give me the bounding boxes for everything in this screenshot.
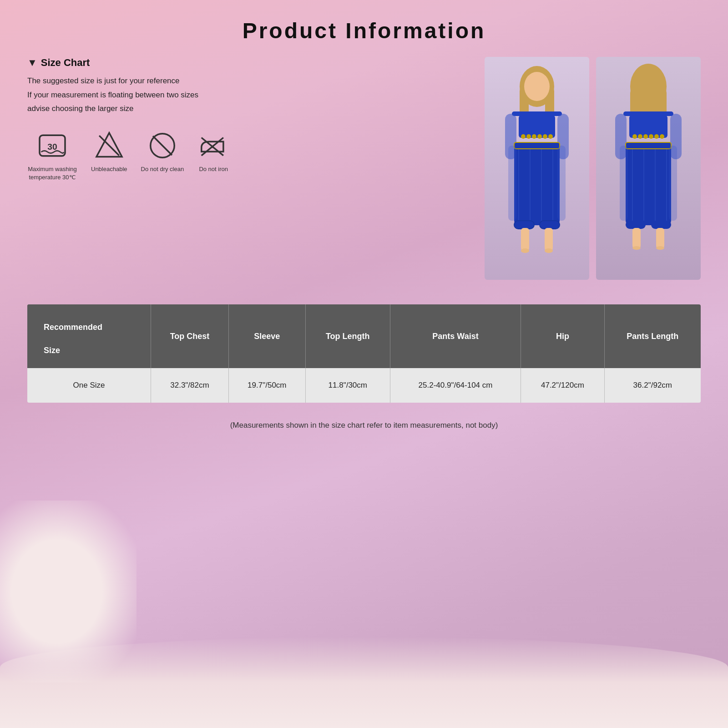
svg-point-13 <box>524 72 550 101</box>
svg-rect-57 <box>626 142 671 149</box>
size-chart-description: The suggested size is just for your refe… <box>27 74 466 116</box>
product-images <box>485 57 701 282</box>
care-icons-container: 30 Maximum washing temperature 30℃ Unble… <box>27 130 466 182</box>
svg-rect-61 <box>656 228 664 248</box>
th-top-length: Top Length <box>305 304 390 368</box>
no-dry-clean-label: Do not dry clean <box>141 165 184 173</box>
svg-point-49 <box>649 134 653 139</box>
fur-decoration-left <box>0 500 136 682</box>
care-item-dry-clean: Do not dry clean <box>141 130 184 173</box>
page-title: Product Information <box>27 18 701 43</box>
size-table: Recommended Size Top Chest Sleeve Top Le… <box>27 304 701 403</box>
cell-pants-waist: 25.2-40.9"/64-104 cm <box>390 368 521 403</box>
model-back <box>596 57 701 282</box>
svg-rect-58 <box>626 221 646 229</box>
model-front <box>485 57 589 282</box>
table-row: One Size 32.3"/82cm 19.7"/50cm 11.8"/30c… <box>27 368 701 403</box>
size-table-wrapper: Recommended Size Top Chest Sleeve Top Le… <box>27 304 701 403</box>
cell-size: One Size <box>27 368 151 403</box>
th-pants-length: Pants Length <box>604 304 701 368</box>
svg-rect-30 <box>514 221 534 229</box>
model-back-svg <box>596 57 701 280</box>
svg-point-34 <box>521 248 529 253</box>
cell-top-chest: 32.3"/82cm <box>151 368 229 403</box>
wash-label: Maximum washing temperature 30℃ <box>27 165 77 182</box>
th-recommended-label: Recommended <box>33 313 145 332</box>
size-chart-heading: ▼ Size Chart <box>27 57 466 69</box>
svg-rect-36 <box>508 146 516 221</box>
wash-icon: 30 <box>36 130 68 162</box>
model-front-svg <box>485 57 589 280</box>
svg-point-22 <box>543 134 547 139</box>
cell-sleeve: 19.7"/50cm <box>228 368 305 403</box>
svg-point-63 <box>656 246 664 250</box>
svg-rect-64 <box>620 146 628 221</box>
th-top-chest: Top Chest <box>151 304 229 368</box>
svg-point-35 <box>545 248 553 253</box>
svg-rect-29 <box>514 142 560 149</box>
svg-point-62 <box>632 246 641 250</box>
no-bleach-icon <box>93 130 125 162</box>
svg-rect-59 <box>651 221 671 229</box>
no-bleach-label: Unbleachable <box>91 165 127 173</box>
no-iron-icon <box>197 130 229 162</box>
svg-point-41 <box>636 71 661 100</box>
care-item-wash: 30 Maximum washing temperature 30℃ <box>27 130 77 182</box>
cell-hip: 47.2"/120cm <box>521 368 604 403</box>
desc-line2: If your measurement is floating between … <box>27 88 466 102</box>
svg-point-48 <box>643 134 648 139</box>
svg-point-47 <box>638 134 642 139</box>
svg-rect-33 <box>545 228 553 251</box>
svg-rect-65 <box>669 146 677 221</box>
svg-rect-32 <box>521 228 529 251</box>
svg-rect-60 <box>632 228 641 248</box>
th-size-label: Size <box>33 346 145 360</box>
th-sleeve: Sleeve <box>228 304 305 368</box>
svg-line-5 <box>153 136 172 155</box>
cell-top-length: 11.8"/30cm <box>305 368 390 403</box>
th-pants-waist: Pants Waist <box>390 304 521 368</box>
svg-point-46 <box>632 134 637 139</box>
care-item-iron: Do not iron <box>197 130 229 173</box>
top-section: ▼ Size Chart The suggested size is just … <box>27 57 701 282</box>
no-iron-label: Do not iron <box>199 165 228 173</box>
svg-point-51 <box>660 134 664 139</box>
svg-point-21 <box>537 134 542 139</box>
th-hip: Hip <box>521 304 604 368</box>
svg-point-20 <box>532 134 536 139</box>
no-dry-clean-icon <box>147 130 178 162</box>
cell-pants-length: 36.2"/92cm <box>604 368 701 403</box>
footnote: (Measurements shown in the size chart re… <box>27 421 701 444</box>
desc-line1: The suggested size is just for your refe… <box>27 74 466 88</box>
svg-point-50 <box>654 134 659 139</box>
desc-line3: advise choosing the larger size <box>27 102 466 116</box>
left-info: ▼ Size Chart The suggested size is just … <box>27 57 475 282</box>
svg-rect-37 <box>557 146 566 221</box>
svg-rect-31 <box>540 221 560 229</box>
size-chart-title-text: Size Chart <box>41 57 90 69</box>
th-recommended-size: Recommended Size <box>27 304 151 368</box>
svg-text:30: 30 <box>47 142 57 152</box>
svg-point-19 <box>526 134 531 139</box>
care-item-bleach: Unbleachable <box>91 130 127 173</box>
svg-point-23 <box>548 134 553 139</box>
svg-point-18 <box>521 134 526 139</box>
table-header-row: Recommended Size Top Chest Sleeve Top Le… <box>27 304 701 368</box>
triangle-icon: ▼ <box>27 57 37 69</box>
